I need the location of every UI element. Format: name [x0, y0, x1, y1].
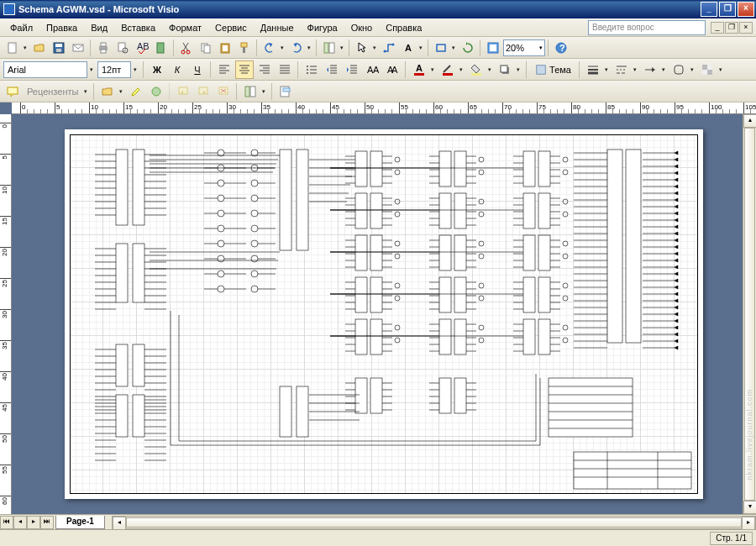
undo-dropdown[interactable]: ▾ [281, 45, 286, 51]
shapes-window-button[interactable] [320, 39, 339, 57]
menu-service[interactable]: Сервис [208, 21, 254, 34]
italic-button[interactable]: К [168, 60, 186, 79]
horizontal-ruler[interactable]: 0510152025303540455055606570758085909510… [12, 102, 756, 114]
next-comment-button[interactable] [194, 82, 213, 101]
line-color-dropdown[interactable]: ▾ [459, 66, 465, 73]
track-markup-button[interactable] [98, 82, 117, 101]
show-markup-button[interactable] [276, 82, 295, 101]
new-button[interactable] [3, 39, 22, 57]
fullscreen-button[interactable] [484, 39, 502, 57]
text-dropdown[interactable]: ▾ [419, 45, 425, 51]
research-button[interactable] [152, 39, 171, 57]
menu-insert[interactable]: Вставка [114, 21, 162, 34]
open-button[interactable] [30, 39, 49, 57]
print-button[interactable] [94, 39, 113, 57]
menu-window[interactable]: Окно [344, 21, 380, 34]
font-name-dropdown[interactable]: ▾ [90, 66, 96, 73]
fill-color-button[interactable] [467, 60, 486, 79]
decrease-indent-button[interactable] [323, 60, 341, 79]
nav-first-button[interactable]: ⏮ [0, 516, 13, 529]
doc-close-button[interactable]: × [739, 22, 753, 34]
spellcheck-button[interactable]: ABC [133, 39, 151, 57]
font-name-combo[interactable]: Arial [3, 61, 87, 78]
line-weight-dropdown[interactable]: ▾ [605, 66, 611, 73]
text-tool-button[interactable]: A [399, 39, 417, 57]
horizontal-scroll-thumb[interactable] [126, 517, 742, 528]
transparency-button[interactable] [698, 60, 717, 79]
drawing-page[interactable] [65, 129, 703, 499]
track-dropdown[interactable]: ▾ [119, 88, 125, 95]
reviewers-dropdown[interactable]: ▾ [84, 88, 90, 95]
insert-comment-button[interactable] [3, 82, 22, 101]
line-ends-dropdown[interactable]: ▾ [662, 66, 668, 73]
delete-comment-button[interactable] [214, 82, 233, 101]
redo-button[interactable] [287, 39, 306, 57]
scroll-left-button[interactable]: ◂ [113, 517, 126, 530]
connector-tool-button[interactable] [380, 39, 398, 57]
shadow-button[interactable] [496, 60, 514, 79]
drawing-canvas[interactable] [12, 114, 756, 514]
pane-dropdown[interactable]: ▾ [262, 88, 268, 95]
minimize-button[interactable]: _ [701, 2, 717, 17]
rotate-button[interactable] [459, 39, 477, 57]
font-color-button[interactable]: A [410, 60, 428, 79]
line-pattern-dropdown[interactable]: ▾ [633, 66, 639, 73]
vertical-ruler[interactable]: 05101520253035404550556065 [0, 114, 12, 514]
save-button[interactable] [50, 39, 68, 57]
bold-button[interactable]: Ж [148, 60, 166, 79]
page-tab[interactable]: Page-1 [55, 516, 105, 529]
menu-format[interactable]: Формат [162, 21, 208, 34]
rectangle-tool-button[interactable] [432, 39, 450, 57]
align-center-button[interactable] [235, 60, 254, 79]
align-left-button[interactable] [215, 60, 234, 79]
font-size-combo[interactable]: 12пт [97, 61, 131, 78]
reviewers-label[interactable]: Рецензенты [24, 87, 81, 97]
reviewing-pane-button[interactable] [241, 82, 260, 101]
align-right-button[interactable] [255, 60, 274, 79]
nav-last-button[interactable]: ⏭ [40, 516, 54, 529]
maximize-button[interactable]: ❐ [719, 2, 736, 17]
format-painter-button[interactable] [235, 39, 254, 57]
prev-comment-button[interactable] [174, 82, 192, 101]
nav-prev-button[interactable]: ◂ [13, 516, 27, 529]
pointer-tool-button[interactable] [353, 39, 371, 57]
menu-view[interactable]: Вид [84, 21, 114, 34]
nav-next-button[interactable]: ▸ [27, 516, 40, 529]
scroll-right-button[interactable]: ▸ [742, 517, 755, 530]
menu-data[interactable]: Данные [254, 21, 301, 34]
menu-file[interactable]: Файл [3, 21, 39, 34]
doc-restore-button[interactable]: ❐ [725, 22, 738, 34]
menu-help[interactable]: Справка [379, 21, 428, 34]
scroll-down-button[interactable]: ▾ [743, 501, 756, 514]
redo-dropdown[interactable]: ▾ [307, 45, 313, 51]
fill-color-dropdown[interactable]: ▾ [488, 66, 494, 73]
corner-rounding-button[interactable] [669, 60, 688, 79]
ink-button[interactable] [147, 82, 165, 101]
font-size-dropdown[interactable]: ▾ [134, 66, 139, 73]
cut-button[interactable] [177, 39, 196, 57]
increase-font-button[interactable]: AA [383, 60, 402, 79]
font-color-dropdown[interactable]: ▾ [431, 66, 437, 73]
highlight-button[interactable] [127, 82, 145, 101]
line-color-button[interactable] [438, 60, 457, 79]
horizontal-scrollbar[interactable]: ◂ ▸ [112, 516, 756, 529]
print-preview-button[interactable] [113, 39, 132, 57]
increase-indent-button[interactable] [343, 60, 361, 79]
undo-button[interactable] [260, 39, 279, 57]
copy-button[interactable] [197, 39, 215, 57]
shadow-dropdown[interactable]: ▾ [517, 66, 522, 73]
scroll-up-button[interactable]: ▴ [743, 114, 756, 128]
email-button[interactable] [69, 39, 87, 57]
draw-dropdown[interactable]: ▾ [452, 45, 458, 51]
decrease-font-button[interactable]: AA [363, 60, 381, 79]
menu-shape[interactable]: Фигура [301, 21, 344, 34]
pointer-dropdown[interactable]: ▾ [373, 45, 379, 51]
doc-minimize-button[interactable]: _ [711, 22, 724, 34]
align-justify-button[interactable] [276, 60, 294, 79]
transparency-dropdown[interactable]: ▾ [719, 66, 725, 73]
zoom-combo[interactable]: 20%▾ [503, 39, 545, 56]
shapes-dropdown[interactable]: ▾ [340, 45, 346, 51]
underline-button[interactable]: Ч [188, 60, 207, 79]
new-dropdown[interactable]: ▾ [24, 45, 29, 51]
paste-button[interactable] [216, 39, 234, 57]
